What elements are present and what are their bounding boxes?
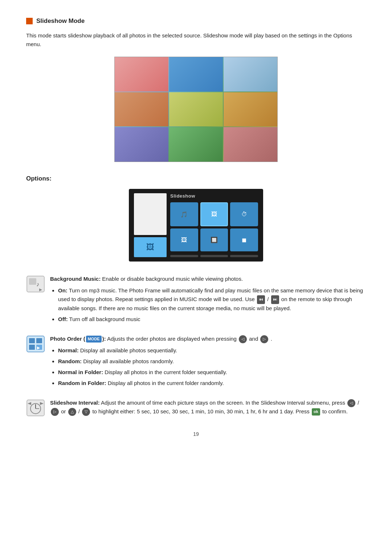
photo-order-content: Photo Order (MODE): Adjusts the order ph… bbox=[50, 335, 366, 390]
bullet-normal-label: Normal: bbox=[58, 347, 79, 353]
photo-cell-1 bbox=[115, 57, 168, 92]
background-music-content: Background Music: Enable or disable back… bbox=[50, 275, 366, 326]
menu-title: Slideshow bbox=[170, 193, 258, 200]
menu-bottom-bars bbox=[170, 255, 258, 257]
photo-cell-7 bbox=[115, 127, 168, 162]
menu-left-panel: 🖼 bbox=[134, 193, 167, 257]
prev-nav-icon: ◁ bbox=[239, 335, 247, 343]
slideshow-interval-content: Slideshow Interval: Adjust the amount of… bbox=[50, 398, 366, 416]
photo-cell-2 bbox=[169, 57, 223, 92]
bullet-random: Random: Display all available photos ran… bbox=[58, 357, 366, 366]
bullet-random-text: Display all available photos randomly. bbox=[83, 358, 174, 364]
menu-thumbnail-top bbox=[134, 193, 167, 235]
svg-rect-6 bbox=[36, 338, 42, 343]
svg-text:▶: ▶ bbox=[37, 346, 40, 350]
skip-back-button: ⏮ bbox=[257, 295, 265, 304]
feature-photo-order: ▶ Photo Order (MODE): Adjusts the order … bbox=[26, 335, 366, 390]
feature-background-music: ♪ Background Music: Enable or disable ba… bbox=[26, 275, 366, 326]
nav-up-icon: △ bbox=[68, 408, 76, 416]
section-title: Slideshow Mode bbox=[26, 17, 366, 25]
next-nav-icon: ▷ bbox=[260, 335, 268, 343]
bullet-on-label: On: bbox=[58, 287, 68, 293]
photo-order-bullets: Normal: Display all available photos seq… bbox=[58, 346, 366, 388]
svg-rect-7 bbox=[29, 345, 35, 350]
menu-photo-icon: 🖼 bbox=[146, 243, 154, 252]
feature-slideshow-interval: Slideshow Interval: Adjust the amount of… bbox=[26, 398, 366, 417]
photo-cell-3 bbox=[224, 57, 277, 92]
background-music-desc: Enable or disable background music while… bbox=[102, 276, 243, 282]
mode-button: MODE bbox=[86, 336, 102, 343]
slideshow-interval-icon bbox=[26, 399, 45, 417]
interval-or: or bbox=[61, 408, 68, 414]
nav-left-icon: ◁ bbox=[347, 399, 355, 407]
photo-order-period: . bbox=[271, 336, 272, 342]
svg-rect-5 bbox=[29, 338, 35, 343]
menu-icon-1: 🎵 bbox=[170, 202, 198, 226]
photo-cell-5 bbox=[169, 92, 223, 127]
photo-cell-6 bbox=[224, 92, 277, 127]
bullet-random-folder-label: Random in Folder: bbox=[58, 380, 106, 386]
options-menu-container: 🖼 Slideshow 🎵 🖼 ⏱ 🖼 🔲 ◼ bbox=[26, 189, 366, 262]
photo-order-text: Photo Order (MODE): Adjusts the order ph… bbox=[50, 335, 366, 343]
menu-icon-5: 🔲 bbox=[200, 228, 228, 251]
bullet-off-text: Turn off all background music bbox=[69, 316, 140, 322]
ok-button: ok bbox=[312, 408, 320, 416]
background-music-icon: ♪ bbox=[26, 275, 45, 293]
bullet-normal: Normal: Display all available photos seq… bbox=[58, 346, 366, 355]
slideshow-interval-text: Slideshow Interval: Adjust the amount of… bbox=[50, 398, 366, 416]
menu-icon-6: ◼ bbox=[230, 228, 258, 251]
photo-order-title: Photo Order ( bbox=[50, 336, 85, 342]
bullet-random-folder-text: Display all photos in the current folder… bbox=[108, 380, 224, 386]
options-heading: Options: bbox=[26, 175, 366, 182]
photo-order-title-end: ): bbox=[102, 336, 106, 342]
menu-bar-2 bbox=[200, 255, 228, 257]
menu-icons-grid: 🎵 🖼 ⏱ 🖼 🔲 ◼ bbox=[170, 202, 258, 251]
bullet-normal-folder: Normal in Folder: Display all photos in … bbox=[58, 368, 366, 377]
bullet-normal-folder-label: Normal in Folder: bbox=[58, 369, 103, 375]
slideshow-interval-desc2: to highlight either: 5 sec, 10 sec, 30 s… bbox=[92, 408, 311, 414]
menu-icon-4: 🖼 bbox=[170, 228, 198, 251]
photo-cell-8 bbox=[169, 127, 223, 162]
slideshow-interval-desc: Adjust the amount of time each picture s… bbox=[101, 400, 347, 406]
nav-down-icon: ▽ bbox=[82, 408, 90, 416]
svg-rect-1 bbox=[29, 278, 36, 285]
bullet-on: On: Turn on mp3 music. The Photo Frame w… bbox=[58, 286, 366, 313]
photo-order-icon: ▶ bbox=[26, 335, 45, 353]
svg-text:♪: ♪ bbox=[36, 281, 39, 287]
photo-cell-9 bbox=[224, 127, 277, 162]
slideshow-interval-suffix: to confirm. bbox=[322, 408, 348, 414]
bullet-normal-text: Display all available photos sequentiall… bbox=[80, 347, 177, 353]
bullet-off: Off: Turn off all background music bbox=[58, 315, 366, 324]
options-menu-mock: 🖼 Slideshow 🎵 🖼 ⏱ 🖼 🔲 ◼ bbox=[129, 189, 263, 262]
slideshow-interval-title: Slideshow Interval: bbox=[50, 400, 100, 406]
slash1: / bbox=[358, 400, 359, 406]
background-music-bullets: On: Turn on mp3 music. The Photo Frame w… bbox=[58, 286, 366, 324]
slash-sep: / bbox=[267, 296, 269, 302]
bullet-random-label: Random: bbox=[58, 358, 82, 364]
skip-forward-button: ⏭ bbox=[271, 295, 279, 304]
menu-bar-1 bbox=[170, 255, 198, 257]
bullet-off-label: Off: bbox=[58, 316, 68, 322]
slideshow-image-container bbox=[26, 57, 366, 162]
photo-cell-4 bbox=[115, 92, 168, 127]
background-music-title: Background Music: bbox=[50, 276, 101, 282]
menu-right-panel: Slideshow 🎵 🖼 ⏱ 🖼 🔲 ◼ bbox=[170, 193, 258, 257]
menu-bar-3 bbox=[230, 255, 258, 257]
menu-icon-3: ⏱ bbox=[230, 202, 258, 226]
section-title-icon bbox=[26, 18, 33, 24]
section-title-text: Slideshow Mode bbox=[36, 17, 85, 25]
nav-right-icon: ▷ bbox=[51, 408, 59, 416]
photo-order-desc: Adjusts the order photos are displayed w… bbox=[107, 336, 238, 342]
slideshow-image-mock bbox=[114, 57, 278, 162]
page-number: 19 bbox=[26, 431, 366, 437]
intro-text: This mode starts slideshow playback of a… bbox=[26, 31, 366, 49]
menu-icon-2: 🖼 bbox=[200, 202, 228, 226]
bullet-normal-folder-text: Display all photos in the current folder… bbox=[105, 369, 227, 375]
photo-order-and: and bbox=[249, 336, 260, 342]
slash2: / bbox=[78, 408, 80, 414]
menu-thumbnail-bottom: 🖼 bbox=[134, 237, 167, 257]
bullet-random-folder: Random in Folder: Display all photos in … bbox=[58, 379, 366, 388]
background-music-text: Background Music: Enable or disable back… bbox=[50, 275, 366, 283]
